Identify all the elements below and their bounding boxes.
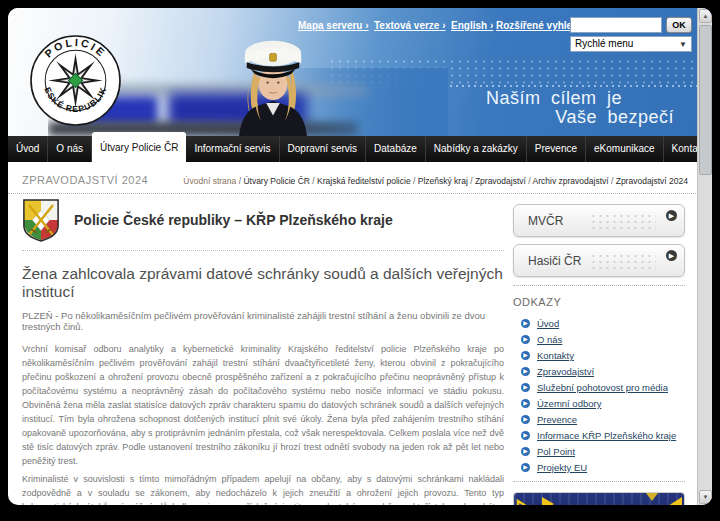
main-content: Policie České republiky – KŘP Plzeňského… xyxy=(22,198,504,505)
nav-tab-utvary-policie-cr[interactable]: Útvary Policie ČR xyxy=(92,132,186,162)
arrow-bullet-icon: ▶ xyxy=(521,319,530,328)
nav-tab-nabidky-a-zakazky[interactable]: Nabídky a zakázky xyxy=(426,136,527,162)
article-lead: PLZEŇ - Po několikaměsíčním pečlivém pro… xyxy=(22,310,504,332)
sidebar-link-label: Informace KŘP Plzeňského kraje xyxy=(537,430,676,441)
sidebar-link-zpravodajstvi[interactable]: ▶ Zpravodajství xyxy=(521,366,691,377)
chevron-down-icon: ▼ xyxy=(679,37,687,52)
sidebar-link-label: Projekty EU xyxy=(537,462,587,473)
breadcrumb-utvary[interactable]: Útvary Policie ČR xyxy=(236,176,310,186)
sidebar-link-label: Kontakty xyxy=(537,350,574,361)
sidebar-link-label: O nás xyxy=(537,334,562,345)
sidebar-link-o-nas[interactable]: ▶ O nás xyxy=(521,334,691,345)
sidebar: MVČR ▶ Hasiči ČR ▶ ODKAZY ▶ Úvod ▶ O nás… xyxy=(513,204,691,505)
breadcrumb: Úvodní stranaÚtvary Policie ČRKrajská ře… xyxy=(183,176,688,186)
sidebar-link-kontakty[interactable]: ▶ Kontakty xyxy=(521,350,691,361)
nav-tab-prevence[interactable]: Prevence xyxy=(527,136,586,162)
arrow-bullet-icon: ▶ xyxy=(521,399,530,408)
scrollbar-thumb[interactable] xyxy=(699,25,712,175)
sidebar-link-label: Zpravodajství xyxy=(537,366,594,377)
topbar: Mapa serveru Textová verze English Rozší… xyxy=(298,14,704,54)
toplink-mapa-serveru[interactable]: Mapa serveru xyxy=(298,20,369,31)
arrow-bullet-icon: ▶ xyxy=(521,383,530,392)
plzen-coat-of-arms-icon xyxy=(22,198,60,242)
separator xyxy=(513,285,685,286)
sidebar-link-label: Úvod xyxy=(537,318,559,329)
mvcr-button-label: MVČR xyxy=(528,214,563,228)
arrow-bullet-icon: ▶ xyxy=(521,431,530,440)
breadcrumb-krajska-reditelstvi[interactable]: Krajská ředitelství policie xyxy=(310,176,411,186)
hasici-button-label: Hasiči ČR xyxy=(528,254,581,268)
scroll-down-icon[interactable]: ▼ xyxy=(699,490,712,504)
arrow-bullet-icon: ▶ xyxy=(521,463,530,472)
nav-tab-o-nas[interactable]: O nás xyxy=(48,136,92,162)
sidebar-link-label: Služební pohotovost pro média xyxy=(537,382,668,393)
quick-menu-select[interactable]: ▼ Rychlé menu xyxy=(570,36,692,52)
toplink-textova-verze[interactable]: Textová verze xyxy=(374,20,446,31)
circle-arrow-icon: ▶ xyxy=(666,210,677,221)
search-ok-button[interactable]: OK xyxy=(666,17,692,33)
browser-page: POLICIE ČESKÉ REPUBLIKY Mapa serveru Tex… xyxy=(8,8,712,505)
section-label: ZPRAVODAJSTVÍ 2024 xyxy=(22,174,148,186)
sidebar-link-uzemni-odbory[interactable]: ▶ Územní odbory xyxy=(521,398,691,409)
toplink-english[interactable]: English xyxy=(451,20,493,31)
search-input[interactable] xyxy=(570,17,662,33)
breadcrumb-row: ZPRAVODAJSTVÍ 2024 Úvodní stranaÚtvary P… xyxy=(8,162,698,194)
sidebar-link-label: Územní odbory xyxy=(537,398,601,409)
breadcrumb-zpravodajstvi[interactable]: Zpravodajství xyxy=(468,176,526,186)
breadcrumb-zpravodajstvi-2024[interactable]: Zpravodajství 2024 xyxy=(609,176,688,186)
arrow-bullet-icon: ▶ xyxy=(521,351,530,360)
sidebar-link-label: Pol Point xyxy=(537,446,575,457)
kariera-banner[interactable]: KARIÉRA! xyxy=(513,492,685,505)
nav-tab-informacni-servis[interactable]: Informační servis xyxy=(186,136,279,162)
nav-tab-dopravni-servis[interactable]: Dopravní servis xyxy=(280,136,366,162)
scroll-up-icon[interactable]: ▲ xyxy=(699,9,712,23)
slogan-line1: Naším cílem je xyxy=(486,88,622,109)
article-paragraph: Kriminalisté v souvislosti s tímto mimoř… xyxy=(22,473,504,505)
main-navigation: Úvod O nás Útvary Policie ČR Informační … xyxy=(8,136,712,162)
hasici-cr-button[interactable]: Hasiči ČR ▶ xyxy=(513,244,685,277)
scrollbar[interactable]: ▲ ▼ xyxy=(697,8,712,505)
banner-triangles-icon xyxy=(514,493,685,505)
arrow-bullet-icon: ▶ xyxy=(521,335,530,344)
breadcrumb-archiv[interactable]: Archiv zpravodajství xyxy=(526,176,609,186)
page-title: Policie České republiky – KŘP Plzeňského… xyxy=(74,212,393,228)
page-title-bar: Policie České republiky – KŘP Plzeňského… xyxy=(22,198,504,251)
nav-tab-uvod[interactable]: Úvod xyxy=(8,136,48,162)
sidebar-link-label: Prevence xyxy=(537,414,577,425)
arrow-bullet-icon: ▶ xyxy=(521,367,530,376)
nav-tab-databaze[interactable]: Databáze xyxy=(366,136,426,162)
nav-tab-ekomunikace[interactable]: eKomunikace xyxy=(586,136,664,162)
arrow-bullet-icon: ▶ xyxy=(521,415,530,424)
sidebar-link-sluzebni-pohotovost[interactable]: ▶ Služební pohotovost pro média xyxy=(521,382,691,393)
police-cr-logo[interactable]: POLICIE ČESKÉ REPUBLIKY xyxy=(30,35,121,126)
sidebar-link-informace-krp[interactable]: ▶ Informace KŘP Plzeňského kraje xyxy=(521,430,691,441)
site-header: POLICIE ČESKÉ REPUBLIKY Mapa serveru Tex… xyxy=(8,8,712,136)
sidebar-link-uvod[interactable]: ▶ Úvod xyxy=(521,318,691,329)
arrow-bullet-icon: ▶ xyxy=(521,447,530,456)
sidebar-link-projekty-eu[interactable]: ▶ Projekty EU xyxy=(521,462,691,473)
article-heading: Žena zahlcovala zprávami datové schránky… xyxy=(22,265,504,301)
slogan-line2: Vaše bezpečí xyxy=(555,107,674,128)
article-paragraph: Vrchní komisař odboru analytiky a kybern… xyxy=(22,343,504,468)
breadcrumb-plzensky-kraj[interactable]: Plzeňský kraj xyxy=(411,176,468,186)
sidebar-link-pol-point[interactable]: ▶ Pol Point xyxy=(521,446,691,457)
mvcr-button[interactable]: MVČR ▶ xyxy=(513,204,685,237)
separator xyxy=(513,481,685,482)
circle-arrow-icon: ▶ xyxy=(666,250,677,261)
sidebar-link-prevence[interactable]: ▶ Prevence xyxy=(521,414,691,425)
quick-menu-value: Rychlé menu xyxy=(575,38,633,49)
breadcrumb-uvodni-strana[interactable]: Úvodní strana xyxy=(183,176,236,186)
links-section-title: ODKAZY xyxy=(513,296,691,308)
